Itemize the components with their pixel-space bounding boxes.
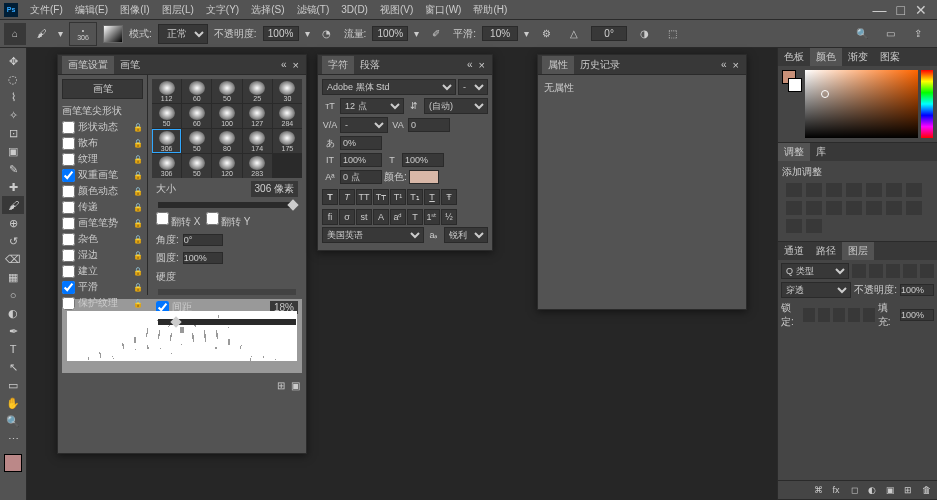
- eyedropper-tool[interactable]: ✎: [2, 160, 24, 178]
- close-icon[interactable]: ×: [476, 59, 488, 71]
- underline-button[interactable]: T: [424, 189, 440, 205]
- language-select[interactable]: 美国英语: [322, 227, 424, 243]
- tab-channels[interactable]: 通道: [778, 242, 810, 260]
- mode-select[interactable]: 正常: [158, 24, 208, 44]
- history-brush-tool[interactable]: ↺: [2, 232, 24, 250]
- brush-option-4[interactable]: 双重画笔🔒: [58, 167, 147, 183]
- new-preset-icon[interactable]: ⊞: [277, 380, 285, 391]
- brush-tip-100[interactable]: 100: [212, 104, 241, 128]
- menu-view[interactable]: 视图(V): [374, 1, 419, 19]
- vscale-input[interactable]: [340, 153, 382, 167]
- lock-trans-icon[interactable]: [803, 308, 815, 322]
- menu-layer[interactable]: 图层(L): [156, 1, 200, 19]
- angle-value[interactable]: 0°: [591, 26, 627, 41]
- brush-tool[interactable]: 🖌: [2, 196, 24, 214]
- angle-input[interactable]: [183, 234, 223, 246]
- pressure-opacity-icon[interactable]: ◔: [316, 24, 338, 44]
- ot-st[interactable]: st: [356, 209, 372, 225]
- link-icon[interactable]: ⌘: [811, 483, 825, 497]
- allcaps-button[interactable]: TT: [356, 189, 372, 205]
- move-tool[interactable]: ✥: [2, 52, 24, 70]
- search-icon[interactable]: 🔍: [851, 24, 873, 44]
- brush-tip-50[interactable]: 50: [182, 129, 211, 153]
- text-color-swatch[interactable]: [409, 170, 439, 184]
- group-icon[interactable]: ▣: [883, 483, 897, 497]
- dodge-tool[interactable]: ◐: [2, 304, 24, 322]
- blend-mode-select[interactable]: 穿透: [781, 282, 851, 298]
- marquee-tool[interactable]: ◌: [2, 70, 24, 88]
- menu-image[interactable]: 图像(I): [114, 1, 155, 19]
- gradient-tool[interactable]: ▦: [2, 268, 24, 286]
- brush-tip-284[interactable]: 284: [273, 104, 302, 128]
- tab-properties[interactable]: 属性: [542, 56, 574, 74]
- brush-tip-175[interactable]: 175: [273, 129, 302, 153]
- tab-brush-settings[interactable]: 画笔设置: [62, 56, 114, 74]
- vibrance-icon[interactable]: [866, 183, 882, 197]
- stamp-tool[interactable]: ⊕: [2, 214, 24, 232]
- trash-icon[interactable]: 🗑: [919, 483, 933, 497]
- curves-icon[interactable]: [826, 183, 842, 197]
- chevron-down-icon[interactable]: ▾: [58, 28, 63, 39]
- pressure-size-icon[interactable]: ◑: [633, 24, 655, 44]
- brush-tip-50[interactable]: 50: [212, 79, 241, 103]
- menu-help[interactable]: 帮助(H): [467, 1, 513, 19]
- flip-y-checkbox[interactable]: [206, 212, 219, 225]
- hardness-slider[interactable]: [158, 289, 296, 295]
- tab-paths[interactable]: 路径: [810, 242, 842, 260]
- chevron-down-icon[interactable]: ▾: [524, 28, 529, 39]
- brightness-icon[interactable]: [786, 183, 802, 197]
- brush-option-2[interactable]: 散布🔒: [58, 135, 147, 151]
- brush-tip-grid[interactable]: 1126050253050601001272843065080174175306…: [152, 79, 302, 178]
- colorlookup-icon[interactable]: [846, 201, 862, 215]
- roundness-input[interactable]: [183, 252, 223, 264]
- share-icon[interactable]: ⇪: [907, 24, 929, 44]
- exposure-icon[interactable]: [846, 183, 862, 197]
- close-icon[interactable]: ✕: [915, 2, 927, 18]
- workspace-icon[interactable]: ▭: [879, 24, 901, 44]
- lock-pos-icon[interactable]: [833, 308, 845, 322]
- brush-tip-30[interactable]: 30: [273, 79, 302, 103]
- airbrush-icon[interactable]: ✐: [425, 24, 447, 44]
- brush-tip-60[interactable]: 60: [182, 104, 211, 128]
- toggle-preview-icon[interactable]: ▣: [291, 380, 300, 391]
- type-tool[interactable]: T: [2, 340, 24, 358]
- font-size-select[interactable]: 12 点: [340, 98, 404, 114]
- menu-edit[interactable]: 编辑(E): [69, 1, 114, 19]
- italic-button[interactable]: T: [339, 189, 355, 205]
- tab-layers[interactable]: 图层: [842, 242, 874, 260]
- ot-A[interactable]: A: [373, 209, 389, 225]
- tab-libraries[interactable]: 库: [810, 143, 832, 161]
- brush-preset-picker[interactable]: •306: [69, 22, 97, 46]
- path-tool[interactable]: ↖: [2, 358, 24, 376]
- kerning-select[interactable]: -: [340, 117, 388, 133]
- fill-input[interactable]: [900, 309, 934, 321]
- superscript-button[interactable]: T¹: [390, 189, 406, 205]
- filter-shape-icon[interactable]: [903, 264, 917, 278]
- brush-option-12[interactable]: 保护纹理🔒: [58, 295, 147, 311]
- frame-tool[interactable]: ▣: [2, 142, 24, 160]
- brush-option-6[interactable]: 传递🔒: [58, 199, 147, 215]
- lock-pixel-icon[interactable]: [818, 308, 830, 322]
- baseline-input[interactable]: [340, 170, 382, 184]
- brush-tip-120[interactable]: 120: [212, 154, 241, 178]
- hue-slider[interactable]: [921, 70, 933, 138]
- collapse-icon[interactable]: «: [718, 59, 730, 70]
- strikethrough-button[interactable]: Ŧ: [441, 189, 457, 205]
- selective-icon[interactable]: [806, 219, 822, 233]
- bold-button[interactable]: T: [322, 189, 338, 205]
- color-field[interactable]: [805, 70, 918, 138]
- spacing-slider[interactable]: [158, 319, 296, 325]
- tab-swatches[interactable]: 色板: [778, 48, 810, 66]
- photofilter-icon[interactable]: [806, 201, 822, 215]
- pen-tool[interactable]: ✒: [2, 322, 24, 340]
- layer-opacity-input[interactable]: [900, 284, 934, 296]
- new-layer-icon[interactable]: ⊞: [901, 483, 915, 497]
- menu-filter[interactable]: 滤镜(T): [291, 1, 336, 19]
- brush-tip-60[interactable]: 60: [182, 79, 211, 103]
- menu-window[interactable]: 窗口(W): [419, 1, 467, 19]
- brush-tip-112[interactable]: 112: [152, 79, 181, 103]
- brush-option-11[interactable]: 平滑🔒: [58, 279, 147, 295]
- opacity-value[interactable]: 100%: [263, 26, 299, 41]
- brush-tip-50[interactable]: 50: [182, 154, 211, 178]
- tab-paragraph[interactable]: 段落: [354, 56, 386, 74]
